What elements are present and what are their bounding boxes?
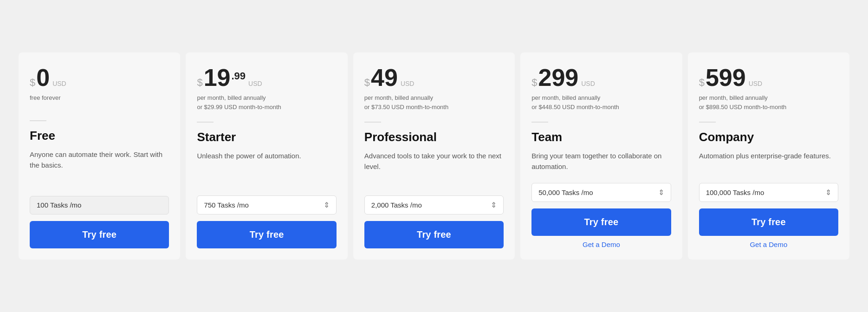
pricing-card-starter: $19.99USDper month, billed annually or $… xyxy=(186,52,347,260)
price-subtext: per month, billed annually or $448.50 US… xyxy=(531,93,671,111)
price-dollar-sign: $ xyxy=(30,77,35,89)
tasks-selector[interactable]: 100,000 Tasks /mo⇕ xyxy=(699,183,838,202)
price-row: $49USD xyxy=(364,65,504,90)
tasks-static: 100 Tasks /mo xyxy=(30,196,169,214)
tasks-selector[interactable]: 2,000 Tasks /mo⇕ xyxy=(364,195,504,214)
try-free-button-starter[interactable]: Try free xyxy=(197,221,336,248)
price-amount: 19 xyxy=(204,65,231,90)
price-subtext: per month, billed annually or $73.50 USD… xyxy=(364,93,504,111)
price-amount: 299 xyxy=(538,65,578,90)
tasks-label: 50,000 Tasks /mo xyxy=(538,188,593,196)
tasks-selector-arrow-icon: ⇕ xyxy=(324,201,330,209)
plan-description: Anyone can automate their work. Start wi… xyxy=(30,150,169,185)
price-dollar-sign: $ xyxy=(364,77,370,89)
price-dollar-sign: $ xyxy=(531,77,537,89)
price-currency: USD xyxy=(401,80,415,87)
tasks-label: 750 Tasks /mo xyxy=(204,201,248,209)
plan-divider xyxy=(364,122,381,123)
price-row: $599USD xyxy=(699,65,838,90)
price-dollar-sign: $ xyxy=(699,77,705,89)
price-row: $19.99USD xyxy=(197,65,336,90)
try-free-button-free[interactable]: Try free xyxy=(30,221,169,248)
plan-description: Advanced tools to take your work to the … xyxy=(364,151,504,184)
price-currency: USD xyxy=(52,80,66,87)
tasks-label: 2,000 Tasks /mo xyxy=(371,201,422,209)
get-demo-link-team[interactable]: Get a Demo xyxy=(531,240,671,248)
plan-name: Free xyxy=(30,129,169,143)
price-subtext: free forever xyxy=(30,93,169,110)
tasks-selector-arrow-icon: ⇕ xyxy=(825,188,831,197)
price-currency: USD xyxy=(581,80,595,87)
get-demo-link-company[interactable]: Get a Demo xyxy=(699,240,838,248)
tasks-label: 100,000 Tasks /mo xyxy=(706,188,764,196)
plan-divider xyxy=(699,122,716,123)
tasks-selector[interactable]: 50,000 Tasks /mo⇕ xyxy=(531,183,671,202)
price-amount: 0 xyxy=(36,65,50,90)
price-cents: .99 xyxy=(232,70,246,82)
plan-name: Company xyxy=(699,130,838,144)
price-subtext: per month, billed annually or $898.50 US… xyxy=(699,93,838,111)
plan-divider xyxy=(531,122,548,123)
plan-divider xyxy=(30,120,46,121)
price-subtext: per month, billed annually or $29.99 USD… xyxy=(197,93,336,111)
pricing-card-company: $599USDper month, billed annually or $89… xyxy=(688,52,849,260)
price-row: $299USD xyxy=(531,65,671,90)
pricing-card-team: $299USDper month, billed annually or $44… xyxy=(520,52,682,260)
price-currency: USD xyxy=(248,80,262,87)
plan-name: Team xyxy=(531,130,671,144)
tasks-selector[interactable]: 750 Tasks /mo⇕ xyxy=(197,195,336,214)
plan-description: Bring your team together to collaborate … xyxy=(531,151,671,172)
price-amount: 599 xyxy=(706,65,746,90)
pricing-card-professional: $49USDper month, billed annually or $73.… xyxy=(353,52,515,260)
try-free-button-company[interactable]: Try free xyxy=(699,208,838,236)
tasks-label: 100 Tasks /mo xyxy=(37,201,81,209)
plan-divider xyxy=(197,122,214,123)
price-row: $0USD xyxy=(30,65,169,90)
plan-description: Automation plus enterprise-grade feature… xyxy=(699,151,838,172)
price-currency: USD xyxy=(749,80,763,87)
plan-description: Unleash the power of automation. xyxy=(197,151,336,184)
price-dollar-sign: $ xyxy=(197,77,202,89)
plan-name: Professional xyxy=(364,130,504,144)
pricing-grid: $0USDfree foreverFreeAnyone can automate… xyxy=(9,43,859,269)
tasks-selector-arrow-icon: ⇕ xyxy=(658,188,664,197)
try-free-button-professional[interactable]: Try free xyxy=(364,221,504,248)
try-free-button-team[interactable]: Try free xyxy=(531,208,671,236)
plan-name: Starter xyxy=(197,130,336,144)
pricing-card-free: $0USDfree foreverFreeAnyone can automate… xyxy=(19,52,180,260)
tasks-selector-arrow-icon: ⇕ xyxy=(491,201,497,209)
price-amount: 49 xyxy=(371,65,398,90)
